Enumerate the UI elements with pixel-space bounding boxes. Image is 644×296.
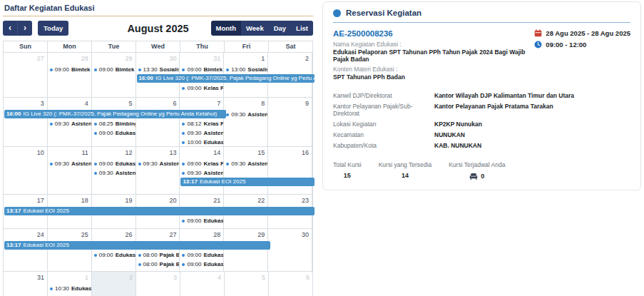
stat-label: Total Kursi xyxy=(333,161,362,168)
event-dot-icon xyxy=(182,263,185,266)
day-cell[interactable]: 30 xyxy=(268,229,312,271)
event-chip[interactable]: 09:00Bimtek Pela xyxy=(180,65,223,74)
day-cell[interactable]: 2609:00Edukasi Bag xyxy=(92,229,136,271)
day-cell[interactable]: 1409:00Kelas Pajak09:30Asistensi Pe xyxy=(180,147,224,194)
event-chip[interactable]: 10:30Edukasi Pel xyxy=(48,284,91,293)
day-cell[interactable]: 5 xyxy=(225,272,269,296)
day-cell[interactable]: 24 xyxy=(4,229,48,271)
multi-day-event-banner[interactable]: 16:00IG Live 320 (: PMK-37/2025, Pajak P… xyxy=(4,110,226,118)
reservation-details: Kanwil DJP/Direktorat Kantor Wilayah DJP… xyxy=(333,92,630,149)
view-list-button[interactable]: List xyxy=(291,21,313,36)
day-cell[interactable]: 10 xyxy=(4,147,48,194)
reservation-top: AE-2500008236 Nama Kegiatan Edukasi : Ed… xyxy=(333,29,630,81)
multi-day-event-banner[interactable]: 16:00IG Live 320 (: PMK-37/2025, Pajak P… xyxy=(137,74,315,83)
event-chip[interactable]: 09:00Edukasi Bag xyxy=(92,250,136,260)
day-cell[interactable]: 2909:00Bimtek pela xyxy=(92,53,136,97)
day-cell[interactable]: 6 xyxy=(269,272,312,296)
day-cell[interactable]: 27 xyxy=(4,53,48,97)
event-chip[interactable]: 09:00Edukasi Pel xyxy=(180,250,223,260)
day-cell[interactable]: 809:30Asistensi Pe xyxy=(224,98,268,146)
event-chip[interactable]: 09:30Asistensi Pe xyxy=(180,168,223,178)
event-dot-icon xyxy=(138,254,141,257)
event-chip[interactable]: 09:30Asistensi Pe xyxy=(224,110,267,119)
event-chip[interactable]: 09:30Asistensi Pe xyxy=(48,119,91,128)
day-of-week-label: Sat xyxy=(269,41,312,52)
day-cell[interactable]: 6 xyxy=(136,98,180,146)
event-chip[interactable]: 09:00Edukasi Per xyxy=(180,216,223,225)
day-cell-today[interactable]: 2 xyxy=(92,272,136,296)
view-week-button[interactable]: Week xyxy=(241,21,269,36)
event-dot-icon xyxy=(94,172,97,175)
day-cell[interactable]: 16 xyxy=(268,147,312,194)
week-row: 272809:00Bimtek Pela2909:00Bimtek pela30… xyxy=(4,53,312,98)
date-number: 10 xyxy=(4,147,47,159)
multi-day-event-banner[interactable]: 13:17Edukasi EOI 2025 xyxy=(4,207,315,215)
multi-day-event-banner[interactable]: 13:17Edukasi EOI 2025 xyxy=(180,178,315,186)
prev-month-button[interactable]: ‹ xyxy=(3,21,18,36)
day-cell[interactable]: 29 xyxy=(224,229,268,271)
event-chip[interactable]: 08:25Bimbingan xyxy=(92,119,136,128)
event-dot-icon xyxy=(94,68,97,71)
event-chip[interactable]: 09:30Asistensi Pe xyxy=(92,168,136,178)
event-chip[interactable]: 08:00Pajak Bertu xyxy=(136,250,180,260)
next-month-button[interactable]: › xyxy=(18,21,32,36)
event-chip[interactable]: 09:30Asistensi Pe xyxy=(180,128,223,138)
calendar-icon xyxy=(534,29,542,37)
day-cell[interactable]: 110:30Edukasi Pel xyxy=(48,272,92,296)
day-cell[interactable]: 1209:00Edukasi UM09:30Asistensi Pe xyxy=(92,147,136,194)
day-cell[interactable]: 3 xyxy=(136,272,180,296)
date-number: 21 xyxy=(180,195,223,207)
day-cell[interactable]: 2809:00Bimtek Pela xyxy=(48,53,92,97)
date-number: 27 xyxy=(136,229,180,241)
week-row: 3409:30Asistensi Pe508:25Bimbingan09:00E… xyxy=(4,98,312,147)
view-month-button[interactable]: Month xyxy=(211,21,242,36)
event-chip[interactable]: 09:00Edukasi UM xyxy=(92,159,136,168)
event-dot-icon xyxy=(94,163,97,165)
stat-label: Kursi Terjadwal Anda xyxy=(449,161,505,168)
view-day-button[interactable]: Day xyxy=(269,21,291,36)
event-chip[interactable]: 09:00Edukasi Tat xyxy=(92,128,136,138)
event-chip[interactable]: 09:30Asistensi Pe xyxy=(224,159,267,168)
event-chip[interactable]: 09:00Bimtek pela xyxy=(92,65,136,74)
event-dot-icon xyxy=(50,287,53,290)
event-chip[interactable]: 09:30Asistensi Pe xyxy=(48,159,91,168)
reservation-code-link[interactable]: AE-2500008236 xyxy=(333,29,527,38)
day-cell[interactable]: 2708:00Pajak Bertu08:00Pajak Bertu xyxy=(136,229,180,271)
day-cell[interactable]: 409:30Asistensi Pe xyxy=(48,98,92,146)
event-chip[interactable]: 09:30Asistensi Pe xyxy=(136,159,180,168)
event-dot-icon xyxy=(94,132,97,135)
event-chip[interactable]: 09:00Edukasi Per xyxy=(180,260,223,269)
today-button[interactable]: Today xyxy=(38,21,68,36)
day-cell[interactable]: 2809:00Edukasi Pel09:00Edukasi Per xyxy=(180,229,224,271)
day-cell[interactable]: 1509:30Asistensi Pe xyxy=(224,147,268,194)
event-dot-icon xyxy=(226,68,229,71)
dow-row: SunMonTueWedThuFriSat xyxy=(4,41,312,53)
day-cell[interactable]: 1109:30Asistensi Pe xyxy=(48,147,92,194)
day-cell[interactable]: 25 xyxy=(48,229,92,271)
event-chip[interactable]: 09:00Kelas Pajak xyxy=(180,159,223,168)
day-cell[interactable]: 9 xyxy=(268,98,312,146)
day-cell[interactable]: 4 xyxy=(180,272,225,296)
day-cell[interactable]: 508:25Bimbingan09:00Edukasi Tat xyxy=(92,98,136,146)
day-cell[interactable]: 3 xyxy=(4,98,48,146)
day-cell[interactable]: 1309:30Asistensi Pe xyxy=(136,147,180,194)
day-cell[interactable]: 31 xyxy=(4,272,48,296)
event-chip[interactable]: 10:00Edukasi PPh xyxy=(180,138,223,146)
detail-label: Kanwil DJP/Direktorat xyxy=(333,92,434,99)
day-of-week-label: Sun xyxy=(4,41,48,52)
event-chip[interactable]: 13:30Sosialisasi I xyxy=(136,65,180,74)
day-cell[interactable]: 708:12Kelas Pajak09:30Asistensi Pe10:00E… xyxy=(180,98,224,146)
date-number: 4 xyxy=(48,98,91,110)
event-chip[interactable]: 09:00Kelas Pajak xyxy=(180,83,223,93)
couch-icon xyxy=(469,172,478,180)
date-number: 22 xyxy=(224,195,267,207)
multi-day-event-banner[interactable]: 13:17Edukasi EOI 2025 xyxy=(4,241,270,250)
event-chip[interactable]: 09:00Bimtek Pela xyxy=(48,65,91,74)
material-label: Konten Materi Edukasi : xyxy=(333,66,527,73)
event-chip[interactable]: 08:12Kelas Pajak xyxy=(180,119,223,128)
event-chip[interactable]: 13:00Sosialisasi I xyxy=(224,65,267,74)
education-activity-panel: Daftar Kegiatan Edukasi ‹ › Today August… xyxy=(3,1,313,296)
date-number: 17 xyxy=(4,195,47,207)
event-chip[interactable]: 08:00Pajak Bertu xyxy=(136,260,180,269)
panel-title: Daftar Kegiatan Edukasi xyxy=(3,1,313,16)
